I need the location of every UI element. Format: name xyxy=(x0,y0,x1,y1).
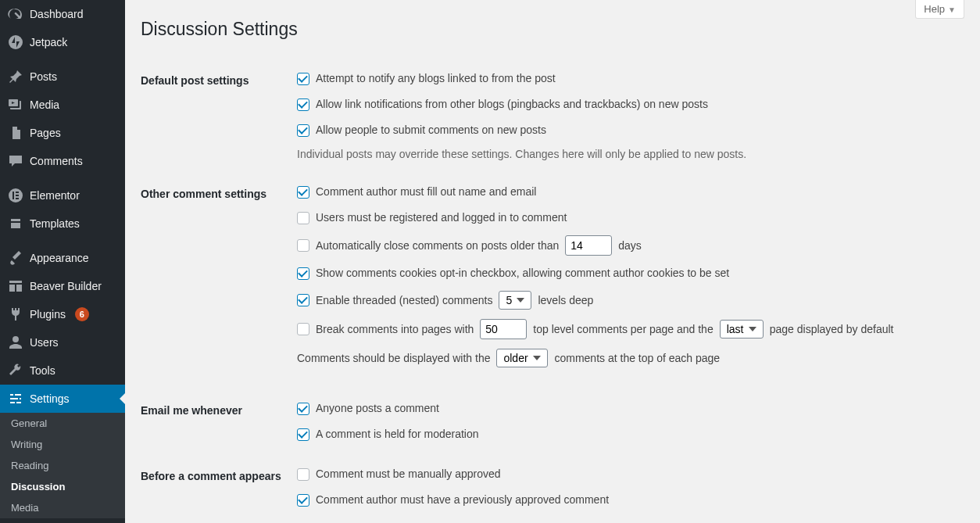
select-thread-depth[interactable]: 5 xyxy=(499,291,531,310)
sidebar-item-label: Dashboard xyxy=(30,8,84,20)
option-label-suffix: days xyxy=(618,238,642,254)
section-heading-default: Default post settings xyxy=(141,59,297,172)
option-label: A comment is held for moderation xyxy=(316,426,479,442)
checkbox-allow-pingbacks[interactable] xyxy=(297,99,309,111)
sidebar-item-posts[interactable]: Posts xyxy=(0,63,125,91)
submenu-label: Writing xyxy=(11,439,42,450)
option-label: Comment author must have a previously ap… xyxy=(316,492,609,508)
section-heading-before: Before a comment appears xyxy=(141,454,297,520)
option-label: Automatically close comments on posts ol… xyxy=(316,238,559,254)
sidebar-item-plugins[interactable]: Plugins 6 xyxy=(0,300,125,328)
checkbox-cookies-optin[interactable] xyxy=(297,267,309,280)
comments-icon xyxy=(8,153,23,169)
checkbox-paginate-comments[interactable] xyxy=(297,323,309,335)
checkbox-allow-comments[interactable] xyxy=(297,124,309,137)
checkbox-email-on-moderation[interactable] xyxy=(297,428,309,441)
sidebar-item-beaver-builder[interactable]: Beaver Builder xyxy=(0,272,125,300)
option-cookies-optin[interactable]: Show comments cookies opt-in checkbox, a… xyxy=(297,265,957,281)
option-label: Comments should be displayed with the xyxy=(297,350,490,367)
wrench-icon xyxy=(8,363,23,378)
plugins-update-badge: 6 xyxy=(75,307,89,321)
media-icon xyxy=(8,97,23,113)
section-heading-email: Email me whenever xyxy=(141,389,297,454)
section-heading-other: Other comment settings xyxy=(141,172,297,389)
option-label: Show comments cookies opt-in checkbox, a… xyxy=(316,265,729,281)
checkbox-previously-approved[interactable] xyxy=(297,494,309,507)
settings-submenu-writing[interactable]: Writing xyxy=(0,434,125,455)
sidebar-item-pages[interactable]: Pages xyxy=(0,119,125,147)
svg-point-0 xyxy=(9,35,23,49)
checkbox-require-name-email[interactable] xyxy=(297,186,309,199)
svg-rect-5 xyxy=(16,192,19,193)
help-label: Help xyxy=(924,3,945,15)
option-comment-order: Comments should be displayed with the ol… xyxy=(297,349,957,367)
option-label-mid: top level comments per page and the xyxy=(533,321,713,338)
checkbox-manual-approve[interactable] xyxy=(297,468,309,481)
sidebar-item-label: Settings xyxy=(30,392,70,405)
plugin-icon xyxy=(8,306,23,322)
sidebar-item-dashboard[interactable]: Dashboard xyxy=(0,0,125,28)
option-label: Break comments into pages with xyxy=(316,321,474,338)
settings-submenu-reading[interactable]: Reading xyxy=(0,455,125,476)
option-require-registration[interactable]: Users must be registered and logged in t… xyxy=(297,210,957,226)
sidebar-item-tools[interactable]: Tools xyxy=(0,356,125,385)
brush-icon xyxy=(8,250,23,266)
sidebar-item-label: Users xyxy=(30,336,59,349)
sidebar-item-users[interactable]: Users xyxy=(0,328,125,356)
option-label: Comment must be manually approved xyxy=(316,466,501,482)
sidebar-item-settings[interactable]: Settings xyxy=(0,385,125,413)
sidebar-item-appearance[interactable]: Appearance xyxy=(0,244,125,272)
checkbox-threaded-comments[interactable] xyxy=(297,294,309,306)
select-default-page[interactable]: last xyxy=(720,320,764,339)
elementor-icon xyxy=(8,188,23,203)
help-tab[interactable]: Help▼ xyxy=(915,0,964,19)
checkbox-email-on-comment[interactable] xyxy=(297,403,309,415)
checkbox-auto-close-comments[interactable] xyxy=(297,239,309,252)
jetpack-icon xyxy=(8,34,23,50)
option-label: Allow people to submit comments on new p… xyxy=(316,122,546,138)
option-email-on-moderation[interactable]: A comment is held for moderation xyxy=(297,426,957,442)
sidebar-item-label: Appearance xyxy=(30,252,89,264)
option-auto-close-comments[interactable]: Automatically close comments on posts ol… xyxy=(297,235,957,256)
select-comment-order[interactable]: older xyxy=(496,349,548,367)
option-label: Users must be registered and logged in t… xyxy=(316,210,567,226)
input-comments-per-page[interactable] xyxy=(480,319,527,339)
option-allow-pingbacks[interactable]: Allow link notifications from other blog… xyxy=(297,96,957,113)
chevron-down-icon: ▼ xyxy=(948,5,956,14)
input-close-days[interactable] xyxy=(565,235,612,256)
option-email-on-comment[interactable]: Anyone posts a comment xyxy=(297,400,957,417)
sidebar-item-label: Pages xyxy=(30,127,61,139)
templates-icon xyxy=(8,216,23,231)
sidebar-item-comments[interactable]: Comments xyxy=(0,147,125,175)
submenu-label: General xyxy=(11,417,47,429)
sidebar-item-media[interactable]: Media xyxy=(0,91,125,119)
settings-submenu-discussion[interactable]: Discussion xyxy=(0,476,125,497)
sliders-icon xyxy=(8,391,23,407)
option-label-suffix: levels deep xyxy=(538,292,593,309)
sidebar-item-elementor[interactable]: Elementor xyxy=(0,181,125,210)
sidebar-item-label: Posts xyxy=(30,70,57,83)
option-label: Comment author must fill out name and em… xyxy=(316,184,536,200)
sidebar-item-jetpack[interactable]: Jetpack xyxy=(0,28,125,56)
option-label: Enable threaded (nested) comments xyxy=(316,292,492,309)
sidebar-item-label: Jetpack xyxy=(30,36,67,48)
checkbox-require-registration[interactable] xyxy=(297,212,309,224)
page-title: Discussion Settings xyxy=(141,19,964,40)
option-allow-comments[interactable]: Allow people to submit comments on new p… xyxy=(297,122,957,138)
settings-form: Default post settings Attempt to notify … xyxy=(141,59,964,520)
svg-rect-7 xyxy=(16,198,19,199)
option-require-name-email[interactable]: Comment author must fill out name and em… xyxy=(297,184,957,200)
option-manual-approve[interactable]: Comment must be manually approved xyxy=(297,466,957,482)
option-previously-approved[interactable]: Comment author must have a previously ap… xyxy=(297,492,957,508)
settings-submenu-general[interactable]: General xyxy=(0,413,125,434)
sidebar-item-templates[interactable]: Templates xyxy=(0,210,125,238)
option-paginate-comments[interactable]: Break comments into pages with top level… xyxy=(297,319,957,339)
checkbox-notify-linked-blogs[interactable] xyxy=(297,73,309,85)
svg-rect-4 xyxy=(13,192,14,199)
default-settings-note: Individual posts may override these sett… xyxy=(297,148,957,160)
option-notify-linked-blogs[interactable]: Attempt to notify any blogs linked to fr… xyxy=(297,70,957,87)
submenu-label: Discussion xyxy=(11,481,65,493)
pages-icon xyxy=(8,125,23,141)
settings-submenu-media[interactable]: Media xyxy=(0,497,125,518)
option-threaded-comments[interactable]: Enable threaded (nested) comments 5 leve… xyxy=(297,291,957,310)
